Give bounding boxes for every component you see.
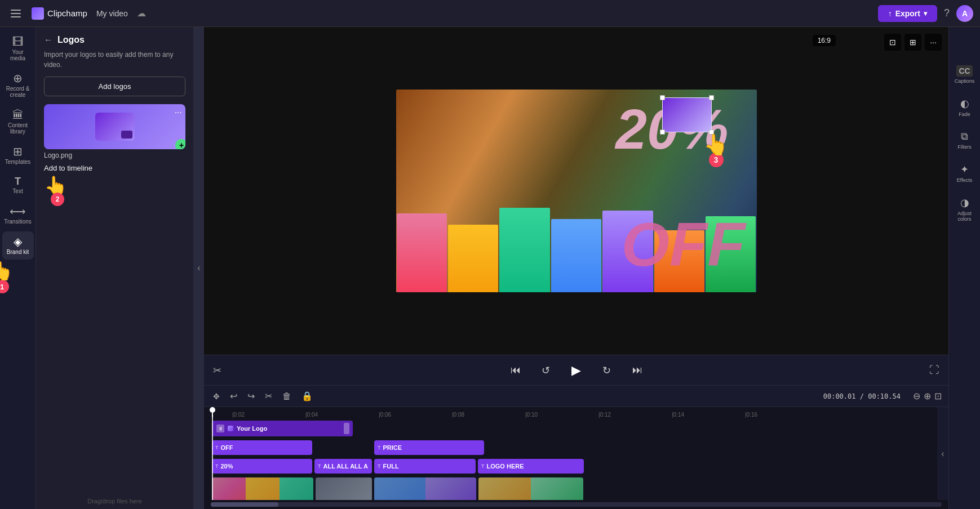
export-icon: ↑ (888, 9, 892, 18)
clip-off[interactable]: T OFF (212, 440, 312, 455)
timeline: ✥ ↩ ↪ ✂ 🗑 🔒 00:00.01 / 00:10.54 ⊖ ⊕ ⊡ (204, 385, 948, 509)
resize-handle-bl[interactable] (660, 130, 665, 135)
fullscreen-fit-button[interactable]: ⊞ (904, 34, 921, 51)
clip-all[interactable]: T ALL ALL ALL A (314, 459, 372, 474)
clip-video-4[interactable] (478, 477, 583, 500)
sidebar-item-your-media[interactable]: 🎞 Your media (2, 32, 34, 66)
app-name: Clipchamp (47, 8, 87, 18)
skip-forward-button[interactable]: ⏭ (627, 360, 648, 381)
adjust-colors-button[interactable]: ◑ Adjust colors (950, 192, 979, 226)
timeline-time: 00:00.01 / 00:10.54 (823, 392, 901, 400)
timeline-body: |0:02 |0:04 |0:06 |0:08 |0:10 |0:12 |0:1… (204, 407, 948, 500)
captions-icon: CC (956, 65, 972, 77)
video-title[interactable]: My video (96, 9, 128, 18)
timeline-scrollbar[interactable] (211, 502, 942, 507)
zoom-controls: ⊖ ⊕ ⊡ (913, 391, 942, 401)
templates-icon: ⊞ (13, 146, 23, 157)
help-button[interactable]: ? (944, 7, 950, 19)
logo-add-icon: + (175, 139, 185, 149)
panel-header: ← Logos (36, 27, 193, 50)
resize-handle-tl[interactable] (660, 95, 665, 100)
add-to-timeline-cta: Add to timeline 👆 2 (44, 164, 92, 206)
preview-area: 16:9 ⊡ ⊞ ··· (204, 27, 948, 355)
sidebar-item-transitions[interactable]: ⟷ Transitions (2, 201, 34, 229)
ruler-tick-3: |0:08 (452, 412, 464, 418)
back-button[interactable]: ← (44, 35, 53, 45)
logo-overlay (662, 97, 712, 132)
fade-label: Fade (959, 111, 970, 117)
zoom-out-button[interactable]: ⊖ (913, 391, 920, 401)
ruler-tick-4: |0:10 (525, 412, 538, 418)
resize-handle-tr[interactable] (709, 95, 714, 100)
effects-button[interactable]: ✦ Effects (950, 159, 979, 187)
right-sidebar: CC Captions ◐ Fade ⧉ Filters ✦ Effects ◑… (948, 27, 980, 509)
magic-cut-button[interactable]: ✂ (213, 364, 221, 377)
clip-video-2[interactable] (316, 477, 372, 500)
track-row-video (204, 476, 937, 500)
sidebar-label-transitions: Transitions (4, 218, 32, 225)
main-layout: 🎞 Your media ⊕ Record & create 🏛 Content… (0, 27, 980, 509)
logo-overlay-container[interactable] (662, 97, 712, 132)
user-avatar[interactable]: A (956, 5, 973, 22)
center-area: 16:9 ⊡ ⊞ ··· (204, 27, 948, 509)
track-row-text1: T OFF T PRICE (204, 439, 937, 456)
captions-button[interactable]: CC Captions (950, 61, 979, 88)
resize-handle-br[interactable] (709, 130, 714, 135)
undo-button[interactable]: ↩ (228, 389, 240, 404)
effects-label: Effects (957, 177, 972, 183)
timeline-expand-button[interactable]: ‹ (937, 407, 948, 500)
fade-button[interactable]: ◐ Fade (950, 93, 979, 122)
captions-label: Captions (955, 78, 975, 84)
panel-collapse-button[interactable]: ‹ (194, 27, 204, 509)
sidebar-item-brand-kit[interactable]: ◈ Brand kit 👆 1 (2, 231, 34, 260)
add-logos-button[interactable]: Add logos (44, 77, 185, 96)
clip-pause-icon: ⏸ (216, 425, 224, 432)
rewind-button[interactable]: ↺ (536, 360, 556, 381)
forward-button[interactable]: ↻ (597, 360, 617, 381)
logo-thumbnail: + (44, 104, 185, 149)
clip-logo-here[interactable]: T LOGO HERE (478, 459, 584, 474)
media-icon: 🎞 (12, 36, 24, 47)
ruler-tick-5: |0:12 (598, 412, 611, 418)
menu-button[interactable] (7, 5, 25, 23)
text-icon: T (15, 176, 21, 186)
timeline-tracks[interactable]: |0:02 |0:04 |0:06 |0:08 |0:10 |0:12 |0:1… (204, 407, 937, 500)
cut-button[interactable]: ✂ (263, 389, 274, 404)
sidebar-label-brand-kit: Brand kit (7, 249, 29, 255)
clip-video-1[interactable] (212, 477, 313, 500)
play-pause-button[interactable]: ▶ (566, 360, 587, 381)
video-preview: 20% OFF 👆 3 (396, 90, 757, 292)
sidebar-item-text[interactable]: T Text (2, 172, 34, 199)
clip-your-logo[interactable]: ⏸ Your Logo (212, 421, 353, 436)
logo-icon (32, 7, 44, 20)
clip-full[interactable]: T FULL (374, 459, 476, 474)
select-tool[interactable]: ✥ (211, 390, 222, 403)
add-to-timeline-label: Add to timeline (44, 164, 92, 172)
clip-right-handle[interactable] (344, 423, 349, 434)
track-row-text2: T 20% T ALL ALL ALL A T FULL T (204, 458, 937, 475)
fullscreen-button[interactable]: ⛶ (929, 364, 939, 376)
panel-description: Import your logos to easily add them to … (36, 50, 193, 77)
filters-icon: ⧉ (961, 131, 968, 142)
export-arrow-icon: ▾ (924, 10, 927, 17)
logo-more-button[interactable]: ··· (175, 108, 182, 118)
timeline-ruler: |0:02 |0:04 |0:06 |0:08 |0:10 |0:12 |0:1… (204, 407, 937, 419)
sidebar-item-templates[interactable]: ⊞ Templates (2, 141, 34, 169)
clip-video-3[interactable] (374, 477, 476, 500)
filters-button[interactable]: ⧉ Filters (950, 126, 979, 154)
delete-button[interactable]: 🗑 (280, 389, 294, 404)
logo-item[interactable]: + ··· Logo.png (44, 104, 185, 159)
timeline-scroll-thumb[interactable] (211, 502, 278, 507)
skip-back-button[interactable]: ⏮ (505, 360, 526, 381)
clip-price[interactable]: T PRICE (374, 440, 484, 455)
crop-button[interactable]: ⊡ (884, 34, 901, 51)
redo-button[interactable]: ↪ (245, 389, 257, 404)
clip-20[interactable]: T 20% (212, 459, 312, 474)
sidebar-item-content-library[interactable]: 🏛 Content library (2, 105, 34, 139)
zoom-in-button[interactable]: ⊕ (924, 391, 931, 401)
fit-view-button[interactable]: ⊡ (934, 391, 942, 401)
export-button[interactable]: ↑ Export ▾ (878, 5, 937, 22)
lock-button[interactable]: 🔒 (299, 389, 315, 404)
more-options-button[interactable]: ··· (925, 34, 942, 51)
sidebar-item-record[interactable]: ⊕ Record & create (2, 68, 34, 102)
